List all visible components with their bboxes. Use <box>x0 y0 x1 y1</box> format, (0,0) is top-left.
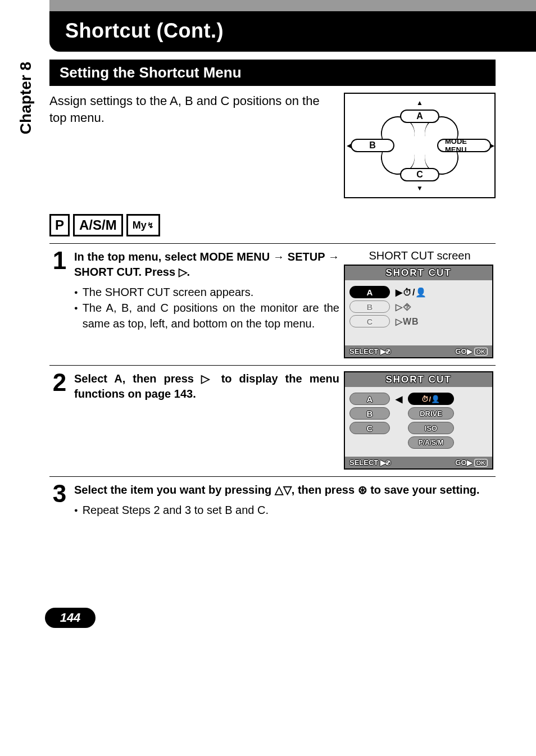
af-icon: ▷⯑ <box>396 302 412 312</box>
step3-instruction: Select the item you want by pressing △▽,… <box>74 482 496 498</box>
step-number-3: 3 <box>49 482 70 505</box>
divider <box>49 476 496 477</box>
step3-bullet1: Repeat Steps 2 and 3 to set B and C. <box>83 502 269 518</box>
step3-text-b: , then press <box>292 484 358 496</box>
dpad-b-button: B <box>351 139 394 152</box>
arrow-right-icon: → <box>273 251 284 263</box>
wb-icon: ▷WB <box>396 316 419 327</box>
intro-text: Assign settings to the A, B and C positi… <box>49 93 328 198</box>
ok-icon: OK <box>474 459 488 467</box>
lcd1-row-b: B <box>349 300 390 313</box>
section-heading: Setting the Shortcut Menu <box>49 60 496 86</box>
lcd2-opt-iso: ISO <box>408 422 454 434</box>
ok-button-icon: ⊛ <box>358 484 367 496</box>
arrow-up-icon: ▲ <box>416 99 423 106</box>
lcd1-row-c: C <box>349 315 390 327</box>
dpad-a-button: A <box>400 110 439 123</box>
mode-badges: P A/S/M My↯ <box>49 214 496 236</box>
lcd2-row-c: C <box>349 422 390 434</box>
mode-my-label: My <box>133 220 147 231</box>
lcd-screen-1: SHORT CUT A ▶⏱/👤 B ▷⯑ C ▷WB <box>344 265 493 358</box>
step1-bullet2: The A, B, and C positions on the monitor… <box>83 300 339 331</box>
chapter-tab: Chapter 8 <box>17 62 35 134</box>
step1-text-b: SETUP <box>284 251 328 263</box>
mode-asm-badge: A/S/M <box>73 214 123 236</box>
lcd1-row-a: A <box>349 286 390 298</box>
lcd2-row-a: A <box>349 393 390 405</box>
timer-face-icon: ▶⏱/👤 <box>396 287 427 298</box>
step2-text-a: Select A, then press <box>74 372 201 385</box>
arrow-right-icon: → <box>328 251 339 263</box>
triangle-down-icon: ▽ <box>283 484 292 496</box>
lcd2-footer: SELECT ▶⎚ GO▶OK <box>345 457 492 468</box>
lcd2-row-b: B <box>349 407 390 420</box>
triangle-right-icon: ▷ <box>179 266 187 278</box>
step1-text-c: SHORT CUT. Press <box>74 266 179 278</box>
lcd1-footer: SELECT ▶⎚ GO▶OK <box>345 345 492 357</box>
step1-instruction: In the top menu, select MODE MENU → SETU… <box>74 249 339 280</box>
divider <box>49 365 496 366</box>
step1-bullet1: The SHORT CUT screen appears. <box>83 284 254 300</box>
mode-p-badge: P <box>49 214 70 236</box>
lcd2-opt-selected: ⏱/👤 <box>408 393 454 405</box>
lcd1-title: SHORT CUT <box>345 266 492 280</box>
step3-text-c: to save your setting. <box>367 484 480 496</box>
arrow-down-icon: ▼ <box>416 185 423 192</box>
dpad-c-button: C <box>400 168 439 181</box>
step-number-2: 2 <box>49 371 70 394</box>
mode-my-badge: My↯ <box>126 214 160 236</box>
triangle-up-icon: △ <box>275 484 283 496</box>
step1-text-a: In the top menu, select MODE MENU <box>74 251 273 263</box>
lcd2-opt-pasm: P/A/S/M <box>408 436 454 449</box>
step3-text-a: Select the item you want by pressing <box>74 484 275 496</box>
step2-instruction: Select A, then press ▷ to display the me… <box>74 371 339 402</box>
page-title-bar: Shortcut (Cont.) <box>49 0 536 52</box>
step1-text-d: . <box>187 266 190 278</box>
lcd2-select-label: SELECT <box>349 458 378 467</box>
divider <box>49 243 496 244</box>
dpad-diagram: ▲ ▼ ◀ ▶ A B C MODE MENU <box>344 93 496 198</box>
lcd1-select-label: SELECT <box>349 347 378 356</box>
lcd2-title: SHORT CUT <box>345 372 492 387</box>
lcd1-go-label: GO <box>455 347 466 356</box>
ok-icon: OK <box>474 348 488 356</box>
step-number-1: 1 <box>49 249 70 272</box>
lcd-screen-2: SHORT CUT A ◀ ⏱/👤 B DRIVE <box>344 371 493 470</box>
dpad-modemenu-button: MODE MENU <box>437 139 491 152</box>
page-title: Shortcut (Cont.) <box>65 19 224 42</box>
lcd2-opt-drive: DRIVE <box>408 407 454 420</box>
triangle-right-icon: ▷ <box>201 372 214 385</box>
lcd2-go-label: GO <box>455 458 466 467</box>
page-number: 144 <box>45 608 96 628</box>
screen-caption: SHORT CUT screen <box>344 249 496 262</box>
